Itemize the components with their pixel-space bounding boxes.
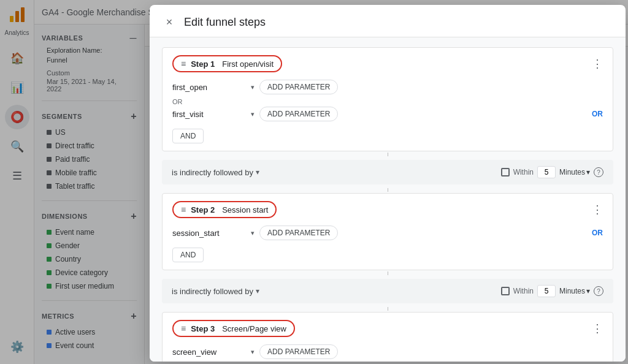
step2-param1-add-btn[interactable]: ADD PARAMETER	[259, 226, 338, 240]
step3-title-box: ≡ Step 3 Screen/Page view	[172, 320, 295, 337]
modal-title: Edit funnel steps	[184, 16, 266, 29]
connector1-chevron-icon: ▾	[256, 168, 259, 176]
step2-header: ≡ Step 2 Session start ⋮	[172, 201, 603, 218]
step1-param2-dropdown[interactable]: ▾	[251, 110, 255, 118]
step2-or-badge[interactable]: OR	[592, 229, 603, 237]
step3-number: Step 3	[191, 324, 215, 333]
connector2-within-label: Within	[513, 287, 534, 295]
connector2-within: Within Minutes ▾ ?	[501, 285, 603, 297]
step2-number: Step 2	[191, 205, 215, 214]
step1-or-text: OR	[172, 97, 603, 107]
step3-param1-dropdown[interactable]: ▾	[251, 348, 255, 356]
step1-param2-row: first_visit ▾ ADD PARAMETER OR	[172, 107, 603, 121]
step3-card: ≡ Step 3 Screen/Page view ⋮ screen_view …	[162, 312, 613, 362]
connector2-dropdown[interactable]: is indirectly followed by ▾	[172, 287, 294, 296]
connector1-unit-label: Minutes	[559, 168, 585, 176]
connector1-unit-select[interactable]: Minutes ▾	[559, 168, 590, 176]
step2-param1-name: session_start	[172, 229, 246, 238]
step2-param1-dropdown[interactable]: ▾	[251, 229, 255, 237]
step2-name: Session start	[222, 205, 268, 214]
step2-title-box: ≡ Step 2 Session start	[172, 201, 277, 218]
connector1-within-checkbox[interactable]	[501, 168, 510, 176]
step1-param1-add-btn[interactable]: ADD PARAMETER	[259, 80, 338, 94]
step1-or-badge[interactable]: OR	[592, 110, 603, 118]
step1-param2-name: first_visit	[172, 110, 246, 119]
connector1-within-input[interactable]	[537, 166, 556, 178]
step1-param1-row: first_open ▾ ADD PARAMETER	[172, 80, 603, 94]
step1-name: First open/visit	[222, 59, 274, 69]
step1-title-box: ≡ Step 1 First open/visit	[172, 55, 282, 72]
step3-param1-row: screen_view ▾ ADD PARAMETER	[172, 344, 603, 359]
step2-more-icon[interactable]: ⋮	[592, 203, 603, 216]
step3-header: ≡ Step 3 Screen/Page view ⋮	[172, 320, 603, 337]
step1-and-button[interactable]: AND	[172, 129, 204, 143]
modal-header: × Edit funnel steps	[150, 5, 626, 37]
step1-icon: ≡	[181, 59, 186, 69]
app-container: Analytics 🏠 📊 ⭕ 🔍 ☰ ⚙️ GA4 - Google Merc…	[0, 0, 628, 364]
connector1-help-icon[interactable]: ?	[594, 167, 603, 177]
step1-header: ≡ Step 1 First open/visit ⋮	[172, 55, 603, 72]
connector1-within: Within Minutes ▾ ?	[501, 166, 603, 178]
step1-number: Step 1	[191, 59, 215, 69]
step1-param1-name: first_open	[172, 83, 246, 92]
step2-and-button[interactable]: AND	[172, 248, 204, 262]
step3-more-icon[interactable]: ⋮	[592, 322, 603, 335]
step2-card: ≡ Step 2 Session start ⋮ session_start ▾…	[162, 193, 613, 270]
connector2-line-bottom	[162, 307, 613, 311]
connector2-line-top	[162, 271, 613, 275]
connector1-row: is indirectly followed by ▾ Within Minut…	[162, 160, 613, 184]
connector1-dropdown[interactable]: is indirectly followed by ▾	[172, 168, 294, 177]
step1-param2-add-btn[interactable]: ADD PARAMETER	[259, 107, 338, 121]
connector2-label: is indirectly followed by	[172, 287, 253, 296]
edit-funnel-modal: × Edit funnel steps ≡ Step 1 First open/…	[150, 5, 626, 362]
step2-param1-row: session_start ▾ ADD PARAMETER OR	[172, 226, 603, 240]
connector2-unit-chevron-icon: ▾	[586, 287, 590, 295]
connector2-chevron-icon: ▾	[256, 287, 259, 295]
connector1-within-label: Within	[513, 168, 534, 176]
connector2-within-input[interactable]	[537, 285, 556, 297]
step3-icon: ≡	[181, 324, 186, 333]
connector1-unit-chevron-icon: ▾	[586, 168, 590, 176]
step3-param1-add-btn[interactable]: ADD PARAMETER	[259, 344, 338, 359]
connector2-unit-select[interactable]: Minutes ▾	[559, 287, 590, 295]
connector2-help-icon[interactable]: ?	[594, 286, 603, 296]
step1-more-icon[interactable]: ⋮	[592, 57, 603, 70]
modal-close-button[interactable]: ×	[162, 15, 177, 29]
step3-param1-name: screen_view	[172, 347, 246, 357]
connector2-row: is indirectly followed by ▾ Within Minut…	[162, 279, 613, 303]
connector2-within-checkbox[interactable]	[501, 287, 510, 295]
modal-body: ≡ Step 1 First open/visit ⋮ first_open ▾…	[150, 37, 626, 362]
step3-name: Screen/Page view	[222, 324, 286, 333]
step2-icon: ≡	[181, 205, 186, 214]
connector1-label: is indirectly followed by	[172, 168, 253, 177]
connector1-line-top	[162, 153, 613, 156]
step1-param1-dropdown[interactable]: ▾	[251, 83, 255, 91]
step1-card: ≡ Step 1 First open/visit ⋮ first_open ▾…	[162, 47, 613, 151]
connector2-unit-label: Minutes	[559, 287, 585, 295]
connector1-line-bottom	[162, 188, 613, 192]
